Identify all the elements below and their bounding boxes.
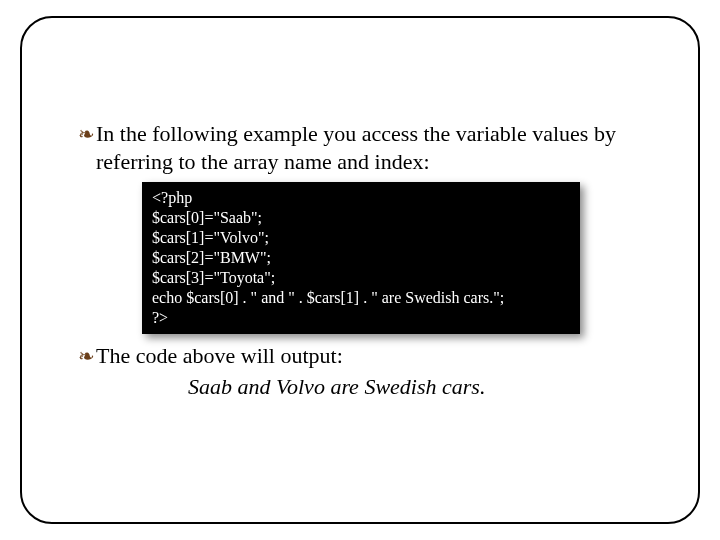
output-text: Saab and Volvo are Swedish cars. (188, 372, 642, 402)
content-area: ❧ In the following example you access th… (78, 120, 642, 402)
bullet-icon: ❧ (78, 342, 96, 370)
bullet-icon: ❧ (78, 120, 96, 148)
intro-text: In the following example you access the … (96, 120, 642, 176)
bullet-item-intro: ❧ In the following example you access th… (78, 120, 642, 176)
bullet-item-outro: ❧ The code above will output: (78, 342, 642, 370)
code-line: $cars[1]="Volvo"; (152, 229, 269, 246)
code-block: <?php $cars[0]="Saab"; $cars[1]="Volvo";… (142, 182, 580, 334)
slide: ❧ In the following example you access th… (0, 0, 720, 540)
code-line: $cars[3]="Toyota"; (152, 269, 275, 286)
outro-text: The code above will output: (96, 342, 642, 370)
code-line: $cars[0]="Saab"; (152, 209, 262, 226)
code-line: echo $cars[0] . " and " . $cars[1] . " a… (152, 289, 504, 306)
code-line: <?php (152, 189, 192, 206)
code-line: ?> (152, 309, 168, 326)
code-line: $cars[2]="BMW"; (152, 249, 271, 266)
